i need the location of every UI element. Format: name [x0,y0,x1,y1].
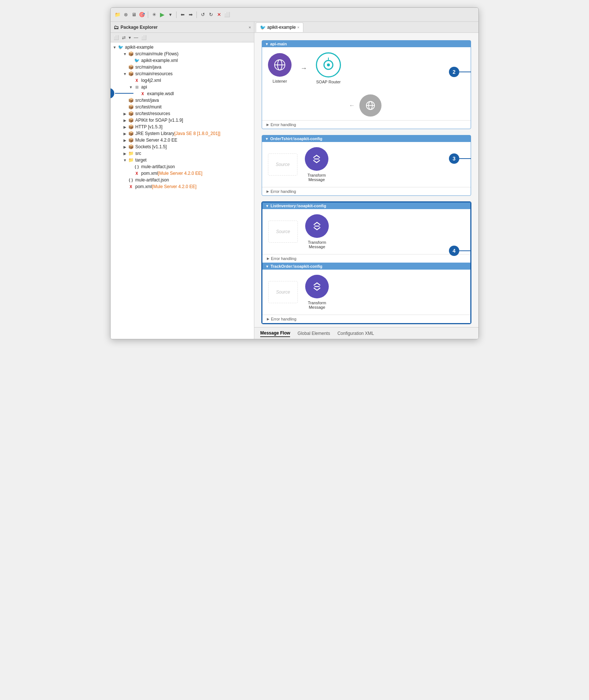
panel-toolbar: ⬜ ⇄ ▾ — ⬜ [111,33,254,42]
dropdown-icon[interactable]: ▾ [167,11,174,18]
tab-global-elements[interactable]: Global Elements [297,330,330,337]
tab-close-button[interactable]: × [297,25,299,30]
minimize-panel-icon[interactable]: — [133,35,139,41]
tree-item-target[interactable]: ▼ 📁 target [111,157,254,163]
tree-item-pom-xml-1[interactable]: ▶ X pom.xml [Mule Server 4.2.0 EE] [111,170,254,177]
monitor-icon[interactable]: 🖥 [130,11,137,18]
flow-footer-list-inventory[interactable]: ▶ Error handling [262,254,470,263]
tab-message-flow[interactable]: Message Flow [260,330,290,337]
tree-label: src/test/munit [135,104,161,110]
tree-label: src/main/java [135,65,161,70]
lib-icon: 📦 [128,144,134,150]
toolbar-sep-1 [148,11,148,18]
error-listener-component[interactable] [359,94,381,117]
listener-label: Listener [272,79,287,83]
expand-arrow[interactable]: ▶ [122,118,128,122]
source-area-3: Source [268,221,298,243]
source-area-2: Source [268,153,297,176]
transform-msg-3-component[interactable]: TransformMessage [305,275,329,309]
tree-item-apikit-xml[interactable]: ▶ 🐦 apikit-example.xml [111,57,254,64]
tab-configuration-xml[interactable]: Configuration XML [337,330,374,337]
flow-footer-api-main[interactable]: ▶ Error handling [262,120,471,129]
flow-collapse-arrow-3[interactable]: ▼ [265,204,269,208]
tree-item-apikit-soap[interactable]: ▶ 📦 APIKit for SOAP [v1.1.9] [111,117,254,124]
flow-title-3: ListInventory:\soapkit-config [271,204,326,208]
redo-icon[interactable]: ↻ [208,11,214,18]
collapse-arrow[interactable]: ▼ [122,72,128,76]
flow-footer-track-order[interactable]: ▶ Error handling [262,315,470,323]
panel-title-label: Package Explorer [121,25,158,30]
expand-arrow[interactable]: ▶ [122,112,128,116]
tree-item-log4j2[interactable]: ▶ X log4j2.xml [111,77,254,84]
tree-item-src-main-mule[interactable]: ▼ 📦 src/main/mule (Flows) [111,51,254,57]
footer-expand-icon-4[interactable]: ▶ [267,317,269,321]
folder-icon: 📦 [128,64,134,70]
tree-item-mule-server[interactable]: ▶ 📦 Mule Server 4.2.0 EE [111,137,254,143]
soap-router-component[interactable]: SOAP Router [316,52,341,84]
listener-component[interactable]: Listener [268,53,292,83]
expand-arrow[interactable]: ▶ [122,152,128,156]
tree-item-mule-artifact-1[interactable]: ▶ { } mule-artifact.json [111,163,254,170]
tree-item-http[interactable]: ▶ 📦 HTTP [v1.5.3] [111,124,254,130]
flow-collapse-arrow-2[interactable]: ▼ [265,137,269,141]
flow-block-track-order: ▼ TrackOrder:\soapkit-config Source [262,263,470,323]
tree-item-pom-xml-2[interactable]: ▶ X pom.xml [Mule Server 4.2.0 EE] [111,183,254,190]
tree-label: JRE System Library [135,131,174,136]
run-icon[interactable]: ⊗ [122,11,129,18]
toolbar-sep-2 [176,11,177,18]
minimize-icon[interactable]: ⬜ [224,11,230,18]
dropdown-arrow[interactable]: ▾ [128,35,132,41]
flow-collapse-arrow-4[interactable]: ▼ [265,264,269,268]
footer-expand-icon[interactable]: ▶ [266,123,269,127]
editor-tab-apikit[interactable]: 🐦 apikit-example × [256,22,303,32]
tree-item-src-test-munit[interactable]: ▶ 📦 src/test/munit [111,104,254,110]
tree-item-sockets[interactable]: ▶ 📦 Sockets [v1.1.5] [111,143,254,150]
panel-close-button[interactable]: × [249,25,251,30]
error-listener-circle [359,94,381,117]
new-file-icon[interactable]: 📁 [114,11,121,18]
collapse-arrow[interactable]: ▼ [122,158,128,162]
error-handling-label-4: Error handling [271,317,296,321]
back-icon[interactable]: ⬅ [179,11,186,18]
play-icon[interactable]: ▶ [159,11,165,18]
footer-expand-icon-3[interactable]: ▶ [267,257,269,260]
link-icon[interactable]: ⇄ [121,35,126,41]
stop-icon[interactable]: ✕ [216,11,222,18]
pom-icon: X [128,184,134,190]
flow-body-order-tshirt: Source TransformMessage [262,142,471,187]
transform-circle-3 [305,275,329,298]
expand-arrow[interactable]: ▶ [122,132,128,136]
collapse-all-icon[interactable]: ⬜ [113,35,120,41]
editor-tabs: 🐦 apikit-example × [254,22,478,33]
collapse-arrow[interactable]: ▼ [112,45,117,49]
maximize-panel-icon[interactable]: ⬜ [140,35,147,41]
forward-icon[interactable]: ➡ [187,11,194,18]
tree-item-src-test-resources[interactable]: ▶ 📦 src/test/resources [111,110,254,117]
folder-icon: 📦 [128,111,134,117]
package-explorer-header: 🗂 Package Explorer × [111,22,254,33]
tree-item-src[interactable]: ▶ 📁 src [111,150,254,157]
undo-icon[interactable]: ↺ [199,11,206,18]
tree-item-mule-artifact-2[interactable]: ▶ { } mule-artifact.json [111,177,254,183]
tree-label: apikit-example.xml [141,58,178,63]
collapse-arrow[interactable]: ▼ [122,52,128,56]
gear-icon[interactable]: ✳ [151,11,157,18]
tree-item-src-main-java[interactable]: ▶ 📦 src/main/java [111,64,254,70]
expand-arrow[interactable]: ▶ [122,138,128,142]
flow-body-list-inventory: Source TransformMessage [262,209,470,254]
expand-arrow[interactable]: ▶ [122,145,128,149]
expand-arrow[interactable]: ▶ [122,125,128,129]
flow-footer-order-tshirt[interactable]: ▶ Error handling [262,187,471,195]
transform-msg-1-component[interactable]: TransformMessage [305,147,328,182]
toolbar: 📁 ⊗ 🖥 🎯 ✳ ▶ ▾ ⬅ ➡ ↺ ↻ ✕ ⬜ [111,8,478,22]
target-icon[interactable]: 🎯 [139,11,145,18]
flow-collapse-arrow[interactable]: ▼ [265,42,269,46]
footer-expand-icon-2[interactable]: ▶ [266,190,269,193]
tree-item-src-main-resources[interactable]: ▼ 📦 src/main/resources [111,70,254,77]
jre-highlight: [Java SE 8 [1.8.0_201]] [174,131,220,136]
project-icon: 🐦 [117,44,124,50]
flow-block-order-tshirt: ▼ OrderTshirt:\soapkit-config Source [262,135,471,196]
tree-item-jre[interactable]: ▶ 📦 JRE System Library [Java SE 8 [1.8.0… [111,130,254,137]
transform-msg-2-component[interactable]: TransformMessage [305,214,329,249]
tree-item-apikit-example[interactable]: ▼ 🐦 apikit-example [111,44,254,51]
